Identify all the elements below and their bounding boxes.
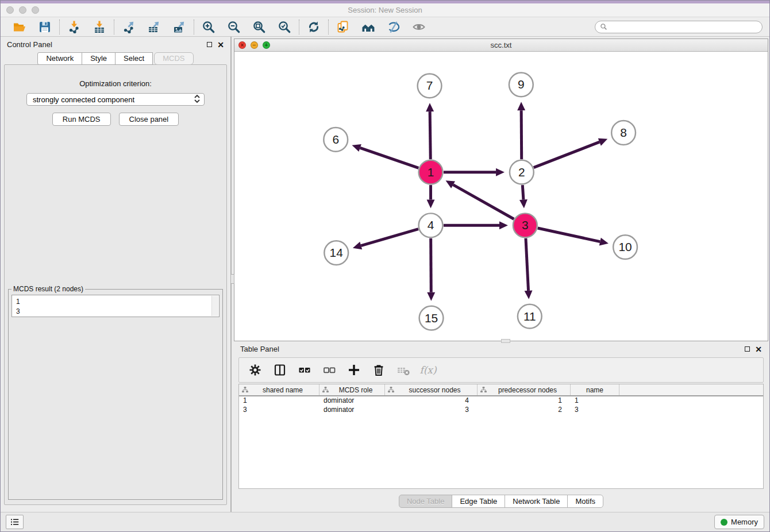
graph-node-7[interactable]: 7	[418, 74, 442, 98]
graph-edge-4-14[interactable]	[353, 229, 418, 250]
cell-shared-name[interactable]: 1	[239, 396, 319, 406]
cell-name[interactable]: 1	[571, 396, 619, 406]
graph-edge-1-2[interactable]	[444, 168, 505, 176]
mcds-result-line: 1	[16, 297, 210, 307]
graph-edge-4-15[interactable]	[427, 238, 435, 301]
graph-edge-3-11[interactable]	[525, 238, 533, 299]
cell-MCDS-role[interactable]: dominator	[319, 396, 385, 406]
graph-node-15[interactable]: 15	[419, 306, 444, 330]
close-panel-icon[interactable]: ✕	[217, 41, 224, 49]
column-header-shared-name[interactable]: shared name	[239, 384, 319, 395]
cell-shared-name[interactable]: 3	[239, 406, 319, 415]
cell-predecessor-nodes[interactable]: 2	[478, 406, 571, 415]
tab-mcds[interactable]: MCDS	[154, 52, 193, 65]
cell-successor-nodes[interactable]: 4	[385, 396, 478, 406]
tab-node-table[interactable]: Node Table	[399, 495, 453, 508]
tab-edge-table[interactable]: Edge Table	[452, 495, 505, 508]
tab-select[interactable]: Select	[115, 52, 153, 65]
splitter-handle-vertical[interactable]	[230, 274, 234, 284]
tab-motifs[interactable]: Motifs	[567, 495, 603, 508]
delete-column-button[interactable]	[372, 362, 386, 378]
graph-node-8[interactable]: 8	[611, 121, 636, 145]
control-panel-tabs: NetworkStyleSelectMCDS	[1, 52, 230, 65]
graph-edge-1-4[interactable]	[427, 185, 435, 208]
unselect-all-columns-button[interactable]	[322, 362, 336, 378]
select-all-columns-button[interactable]	[298, 362, 311, 378]
graph-node-3[interactable]: 3	[513, 213, 537, 237]
float-table-panel-icon[interactable]	[745, 346, 750, 352]
main-content: Control Panel ✕ NetworkStyleSelectMCDS O…	[1, 37, 769, 512]
plus-icon	[347, 363, 361, 377]
graph-edge-2-9[interactable]	[517, 102, 525, 159]
mcds-result-title: MCDS result (2 nodes)	[11, 285, 85, 293]
svg-text:11: 11	[523, 310, 536, 323]
column-header-predecessor-nodes[interactable]: predecessor nodes	[478, 384, 571, 395]
zoom-fit-button[interactable]	[251, 19, 268, 35]
graph-node-6[interactable]: 6	[324, 128, 348, 152]
tab-style[interactable]: Style	[82, 52, 116, 65]
cell-successor-nodes[interactable]: 3	[385, 406, 478, 415]
refresh-layout-button[interactable]	[305, 19, 322, 35]
run-mcds-button[interactable]: Run MCDS	[52, 113, 111, 126]
cell-MCDS-role[interactable]: dominator	[319, 406, 385, 415]
save-session-button[interactable]	[36, 19, 53, 35]
tab-network[interactable]: Network	[37, 52, 82, 65]
close-panel-button[interactable]: Close panel	[119, 113, 179, 126]
zoom-selected-button[interactable]	[276, 19, 293, 35]
column-header-name[interactable]: name	[571, 384, 619, 395]
clone-network-button[interactable]	[334, 19, 352, 35]
table-row[interactable]: 1dominator411	[239, 396, 763, 406]
svg-text:4: 4	[428, 218, 434, 232]
column-settings-button[interactable]	[248, 362, 262, 378]
table-panel-title: Table Panel	[240, 345, 279, 353]
result-scrollbar[interactable]	[211, 296, 218, 316]
open-session-button[interactable]	[11, 19, 28, 35]
add-column-button[interactable]	[347, 362, 361, 378]
cell-name[interactable]: 3	[571, 406, 619, 415]
export-image-button[interactable]	[171, 19, 188, 35]
mcds-result-list: 13	[11, 295, 220, 317]
hide-labels-button[interactable]	[385, 19, 402, 35]
graph-edge-2-8[interactable]	[534, 138, 607, 168]
network-canvas[interactable]: 7968124314101511	[234, 52, 768, 341]
close-table-panel-icon[interactable]: ✕	[755, 345, 762, 353]
zoom-in-button[interactable]	[200, 19, 217, 35]
graph-node-4[interactable]: 4	[419, 213, 443, 237]
graph-edge-2-3[interactable]	[519, 185, 528, 208]
split-table-button[interactable]	[273, 362, 287, 378]
graph-node-2[interactable]: 2	[510, 160, 534, 184]
graph-edge-4-3[interactable]	[444, 221, 508, 229]
float-panel-icon[interactable]	[207, 42, 212, 47]
graphics-details-button[interactable]	[410, 19, 428, 35]
graph-edge-1-7[interactable]	[426, 103, 434, 159]
graph-node-14[interactable]: 14	[324, 241, 348, 265]
column-header-MCDS-role[interactable]: MCDS role	[319, 384, 385, 395]
graph-edge-3-10[interactable]	[538, 228, 609, 245]
criterion-select[interactable]: strongly connected component	[26, 93, 205, 106]
splitter-handle-horizontal[interactable]	[501, 339, 510, 343]
houses-icon	[361, 20, 375, 34]
zoom-out-button[interactable]	[225, 19, 242, 35]
import-table-button[interactable]	[91, 19, 108, 35]
graph-node-1[interactable]: 1	[419, 160, 443, 184]
graph-edge-1-6[interactable]	[352, 144, 418, 168]
node-table: shared nameMCDS rolesuccessor nodesprede…	[238, 384, 764, 489]
import-network-button[interactable]	[66, 19, 83, 35]
column-header-successor-nodes[interactable]: successor nodes	[385, 384, 478, 395]
search-input[interactable]	[610, 22, 757, 31]
export-table-button[interactable]	[145, 19, 163, 35]
tab-network-table[interactable]: Network Table	[505, 495, 568, 508]
svg-text:3: 3	[522, 218, 529, 232]
graph-edge-3-1[interactable]	[446, 180, 514, 219]
graph-node-11[interactable]: 11	[518, 304, 542, 329]
application-window: Session: New Session Control Panel ✕ Net…	[0, 0, 770, 532]
graph-node-9[interactable]: 9	[509, 72, 533, 97]
folder-open-icon	[13, 20, 26, 34]
memory-button[interactable]: Memory	[714, 515, 764, 529]
graph-node-10[interactable]: 10	[613, 235, 637, 259]
task-history-button[interactable]	[6, 515, 24, 529]
export-network-button[interactable]	[120, 19, 137, 35]
cell-predecessor-nodes[interactable]: 1	[478, 396, 571, 406]
table-row[interactable]: 3dominator323	[239, 406, 763, 415]
first-neighbors-button[interactable]	[360, 19, 377, 35]
